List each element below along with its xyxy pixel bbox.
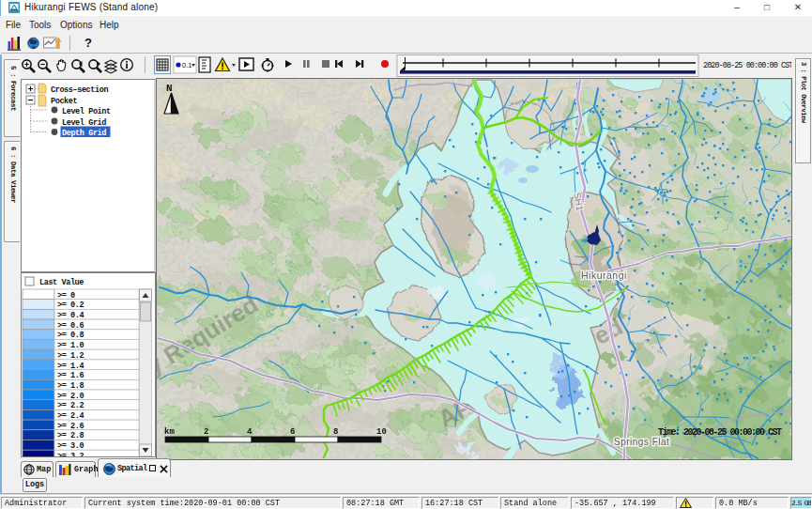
svg-text:km: km: [164, 427, 175, 437]
svg-text:>= 3.2: >= 3.2: [57, 452, 84, 456]
svg-text:Hikurangi: Hikurangi: [581, 270, 627, 281]
svg-text:>= 2.6: >= 2.6: [57, 422, 84, 431]
svg-text:>= 0.2: >= 0.2: [57, 301, 84, 310]
svg-text:>= 1.0: >= 1.0: [57, 341, 84, 350]
svg-text:8: 8: [333, 427, 338, 437]
svg-text:Cross–section: Cross–section: [51, 85, 108, 95]
svg-text:Last Value: Last Value: [39, 278, 84, 287]
svg-text:>= 2.2: >= 2.2: [57, 401, 84, 410]
svg-text:>= 0: >= 0: [57, 291, 75, 301]
svg-text:>= 1.2: >= 1.2: [57, 351, 84, 361]
svg-text:6: 6: [290, 427, 295, 437]
svg-text:Time: 2020-08-25 00:00:00 CST: Time: 2020-08-25 00:00:00 CST: [658, 427, 782, 438]
svg-text:>= 0.4: >= 0.4: [57, 311, 84, 320]
svg-text:>= 1.6: >= 1.6: [57, 371, 84, 380]
svg-text:N: N: [166, 83, 173, 94]
svg-text:Level Point: Level Point: [62, 107, 111, 116]
svg-text:2020-08-25 00:00:00 CST: 2020-08-25 00:00:00 CST: [703, 61, 791, 70]
svg-text:>= 2.0: >= 2.0: [57, 392, 84, 401]
svg-text:10: 10: [376, 427, 387, 437]
svg-text:>= 0.8: >= 0.8: [57, 331, 84, 340]
svg-text:>= 1.8: >= 1.8: [57, 381, 84, 391]
svg-text:0.1: 0.1: [182, 61, 192, 69]
svg-text:>= 2.8: >= 2.8: [57, 431, 84, 440]
svg-text:Pocket: Pocket: [51, 97, 78, 106]
svg-text:Level Grid: Level Grid: [62, 118, 106, 128]
svg-text:>= 1.4: >= 1.4: [57, 362, 84, 371]
svg-text:Springs Flat: Springs Flat: [614, 437, 669, 447]
svg-text:4: 4: [247, 427, 253, 437]
svg-text:2: 2: [204, 427, 208, 437]
svg-text:>= 0.6: >= 0.6: [57, 321, 84, 331]
svg-text:>= 3.0: >= 3.0: [57, 441, 84, 451]
svg-text:Depth Grid: Depth Grid: [62, 129, 106, 138]
svg-text:>= 2.4: >= 2.4: [57, 411, 84, 421]
